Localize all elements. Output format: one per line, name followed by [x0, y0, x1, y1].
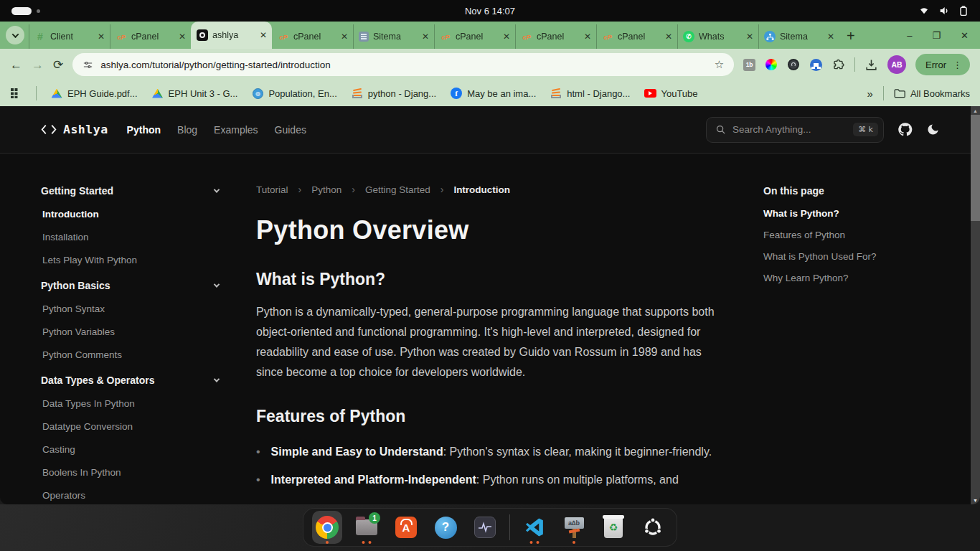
tab-cpanel-1[interactable]: cP cPanel ✕ — [110, 24, 191, 49]
sidebar-item-datatype-conversion[interactable]: Datatype Conversion — [41, 415, 219, 438]
downloads-icon[interactable] — [864, 58, 878, 72]
breadcrumb-python[interactable]: Python — [311, 184, 341, 195]
scroll-down-icon[interactable]: ▼ — [973, 496, 978, 504]
bookmarks-overflow-button[interactable]: » — [867, 88, 873, 100]
tab-close-icon[interactable]: ✕ — [422, 32, 429, 42]
sidebar-group-data-types: Data Types & Operators Data Types In Pyt… — [41, 369, 219, 504]
sidebar-item-python-comments[interactable]: Python Comments — [41, 343, 219, 366]
bookmark-html-django[interactable]: html - Django... — [550, 88, 630, 99]
sidebar-item-python-syntax[interactable]: Python Syntax — [41, 297, 219, 320]
tab-search-button[interactable] — [6, 26, 24, 44]
bookmark-eph-guide[interactable]: EPH Guide.pdf... — [51, 88, 138, 99]
tab-cpanel-3[interactable]: cP cPanel ✕ — [434, 24, 515, 49]
clock[interactable]: Nov 6 14:07 — [465, 6, 515, 17]
bookmark-youtube[interactable]: YouTube — [644, 88, 697, 99]
sidebar-group-header[interactable]: Python Basics — [41, 274, 219, 297]
toc-item-what-is-python[interactable]: What is Python? — [763, 202, 928, 224]
nav-guides[interactable]: Guides — [275, 124, 306, 136]
nav-blog[interactable]: Blog — [177, 124, 197, 136]
tab-close-icon[interactable]: ✕ — [503, 32, 510, 42]
tab-close-icon[interactable]: ✕ — [584, 32, 591, 42]
back-button[interactable]: ← — [10, 59, 22, 71]
toc-item-used-for[interactable]: What is Python Used For? — [763, 245, 928, 267]
tab-ashlya-active[interactable]: ashlya ✕ — [191, 22, 272, 49]
scrollbar-thumb[interactable] — [971, 115, 980, 221]
bookmark-eph-unit3[interactable]: EPH Unit 3 - G... — [152, 88, 238, 99]
all-bookmarks-button[interactable]: All Bookmarks — [894, 88, 970, 99]
sidebar-item-python-variables[interactable]: Python Variables — [41, 320, 219, 343]
workspace-indicator[interactable] — [11, 7, 40, 15]
scroll-up-icon[interactable]: ▲ — [973, 106, 978, 115]
dock-system-monitor[interactable] — [470, 511, 500, 544]
bookmark-python-django[interactable]: python - Djang... — [352, 88, 436, 99]
puzzle-extensions-icon[interactable] — [831, 58, 845, 72]
dark-mode-moon-icon[interactable] — [926, 123, 940, 136]
minimize-button[interactable]: – — [907, 30, 912, 41]
profile-avatar[interactable]: AB — [887, 55, 906, 74]
new-tab-button[interactable]: + — [839, 29, 862, 43]
dock-vscode[interactable] — [519, 511, 550, 544]
sidebar-item-introduction[interactable]: Introduction — [41, 202, 219, 225]
search-input[interactable]: Search Anything... ⌘ k — [706, 117, 884, 143]
dock-letters-tool[interactable]: a∆b — [559, 511, 589, 544]
screenshot-extension-icon[interactable] — [787, 58, 800, 71]
sidebar-item-lets-play[interactable]: Lets Play With Python — [41, 248, 219, 271]
sitemap-extension-icon[interactable] — [809, 58, 822, 71]
dock-chrome[interactable] — [312, 511, 342, 544]
forward-button[interactable]: → — [32, 59, 44, 71]
restore-button[interactable]: ❐ — [932, 30, 941, 41]
tab-close-icon[interactable]: ✕ — [260, 30, 267, 40]
sidebar-group-python-basics: Python Basics Python Syntax Python Varia… — [41, 274, 219, 366]
sidebar-item-casting[interactable]: Casting — [41, 438, 219, 461]
dock-files[interactable]: 1 — [352, 511, 382, 544]
search-shortcut-badge: ⌘ k — [853, 123, 878, 136]
kebab-menu-icon[interactable]: ⋮ — [953, 60, 962, 70]
sidebar-group-header[interactable]: Data Types & Operators — [41, 369, 219, 392]
sidebar-item-operators[interactable]: Operators — [41, 484, 219, 504]
colorwheel-extension-icon[interactable] — [765, 58, 778, 71]
sidebar-item-data-types[interactable]: Data Types In Python — [41, 392, 219, 415]
tab-close-icon[interactable]: ✕ — [341, 32, 348, 42]
dock-ubuntu-software[interactable]: A — [391, 511, 421, 544]
reload-button[interactable]: ⟳ — [53, 59, 63, 71]
running-dot — [362, 541, 365, 544]
breadcrumb-tutorial[interactable]: Tutorial — [256, 184, 288, 195]
bookmark-facebook[interactable]: f May be an ima... — [451, 88, 536, 99]
tab-client[interactable]: # Client ✕ — [29, 24, 110, 49]
apps-grid-icon[interactable] — [10, 88, 22, 99]
address-bar[interactable]: ashlya.com/tutorial/python/getting-start… — [72, 53, 734, 76]
tab-close-icon[interactable]: ✕ — [827, 32, 834, 42]
dock-help[interactable]: ? — [430, 511, 461, 544]
page-scrollbar[interactable]: ▲ ▼ — [971, 106, 980, 504]
url-text[interactable]: ashlya.com/tutorial/python/getting-start… — [100, 60, 707, 70]
close-button[interactable]: ✕ — [961, 30, 969, 41]
github-icon[interactable] — [897, 122, 913, 137]
badge-1b-extension-icon[interactable]: 1b — [743, 59, 755, 71]
tab-sitemap-1[interactable]: Sitema ✕ — [353, 24, 434, 49]
toc-item-why-learn[interactable]: Why Learn Python? — [763, 267, 928, 288]
tab-cpanel-2[interactable]: cP cPanel ✕ — [272, 24, 353, 49]
tab-sitemap-2[interactable]: Sitema ✕ — [758, 24, 839, 49]
site-info-icon[interactable] — [83, 60, 93, 70]
system-status-area[interactable] — [918, 5, 969, 17]
toc-item-features[interactable]: Features of Python — [763, 224, 928, 245]
error-menu-button[interactable]: Error ⋮ — [915, 54, 970, 75]
bookmark-population[interactable]: ◍ Population, En... — [252, 88, 336, 99]
tab-cpanel-4[interactable]: cP cPanel ✕ — [515, 24, 596, 49]
bookmark-star-icon[interactable]: ☆ — [715, 58, 724, 71]
tab-whatsapp[interactable]: ✆ Whats ✕ — [677, 24, 758, 49]
dock-trash[interactable]: ♻ — [598, 511, 628, 544]
sidebar-item-boolens[interactable]: Boolens In Python — [41, 461, 219, 484]
breadcrumb-getting-started[interactable]: Getting Started — [365, 184, 430, 195]
tab-close-icon[interactable]: ✕ — [665, 32, 672, 42]
nav-python[interactable]: Python — [127, 124, 161, 136]
sidebar-item-installation[interactable]: Installation — [41, 225, 219, 248]
nav-examples[interactable]: Examples — [214, 124, 258, 136]
tab-close-icon[interactable]: ✕ — [746, 32, 753, 42]
tab-close-icon[interactable]: ✕ — [98, 32, 105, 42]
dock-ubuntu-logo[interactable] — [638, 511, 668, 544]
tab-cpanel-5[interactable]: cP cPanel ✕ — [596, 24, 677, 49]
site-logo[interactable]: Ashlya — [41, 123, 108, 136]
tab-close-icon[interactable]: ✕ — [179, 32, 186, 42]
sidebar-group-header[interactable]: Getting Started — [41, 179, 219, 202]
